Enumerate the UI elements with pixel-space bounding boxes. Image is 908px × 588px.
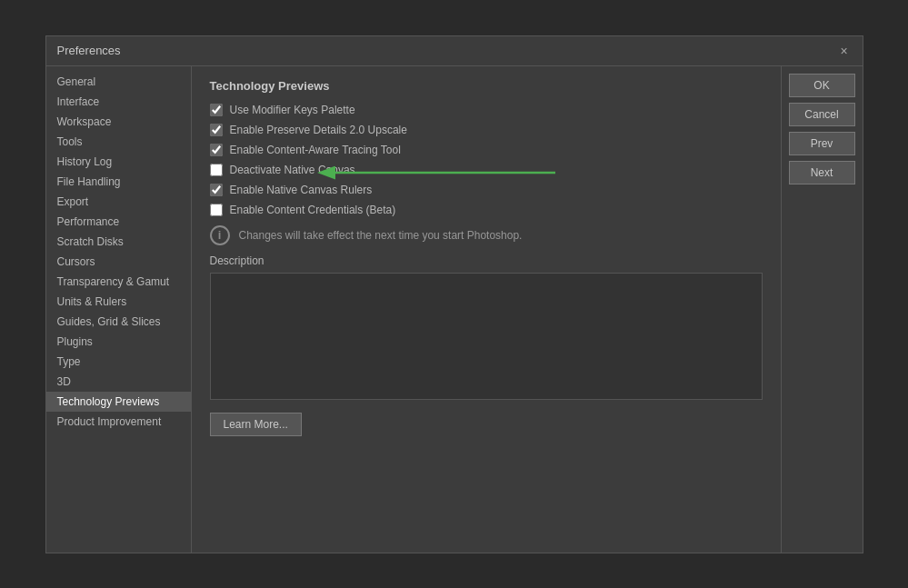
main-content: Technology Previews Use Modifier Keys Pa… bbox=[192, 66, 781, 553]
checkbox-chk5[interactable] bbox=[210, 184, 223, 196]
description-box bbox=[210, 273, 763, 400]
info-icon: i bbox=[210, 225, 230, 245]
sidebar-item-technology-previews[interactable]: Technology Previews bbox=[46, 392, 191, 412]
sidebar-item-interface[interactable]: Interface bbox=[46, 92, 191, 112]
content-inner: Technology Previews Use Modifier Keys Pa… bbox=[192, 66, 781, 553]
description-label: Description bbox=[210, 254, 763, 267]
checkbox-label-2[interactable]: Enable Content-Aware Tracing Tool bbox=[230, 144, 401, 156]
section-title: Technology Previews bbox=[210, 79, 763, 93]
sidebar-item-general[interactable]: General bbox=[46, 72, 191, 92]
sidebar-item-tools[interactable]: Tools bbox=[46, 132, 191, 152]
sidebar-item-product-improvement[interactable]: Product Improvement bbox=[46, 412, 191, 432]
checkbox-row-4: Enable Native Canvas Rulers bbox=[210, 184, 763, 196]
checkbox-chk3[interactable] bbox=[210, 144, 223, 156]
preferences-dialog: Preferences × GeneralInterfaceWorkspaceT… bbox=[45, 35, 863, 553]
learn-more-button[interactable]: Learn More... bbox=[210, 413, 302, 436]
checkbox-chk6[interactable] bbox=[210, 204, 223, 216]
ok-button[interactable]: OK bbox=[789, 74, 855, 97]
info-row: i Changes will take effect the next time… bbox=[210, 225, 763, 245]
checkbox-chk1[interactable] bbox=[210, 104, 223, 116]
checkbox-row-1: Enable Preserve Details 2.0 Upscale bbox=[210, 124, 763, 136]
dialog-title: Preferences bbox=[57, 44, 121, 57]
sidebar-item-file-handling[interactable]: File Handling bbox=[46, 172, 191, 192]
sidebar-item-workspace[interactable]: Workspace bbox=[46, 112, 191, 132]
sidebar-item-export[interactable]: Export bbox=[46, 192, 191, 212]
checkbox-chk2[interactable] bbox=[210, 124, 223, 136]
sidebar-item-history-log[interactable]: History Log bbox=[46, 152, 191, 172]
checkbox-label-5[interactable]: Enable Content Credentials (Beta) bbox=[230, 204, 396, 216]
title-bar: Preferences × bbox=[46, 36, 863, 66]
checkbox-label-4[interactable]: Enable Native Canvas Rulers bbox=[230, 184, 373, 196]
dialog-body: GeneralInterfaceWorkspaceToolsHistory Lo… bbox=[46, 66, 863, 553]
cancel-button[interactable]: Cancel bbox=[789, 103, 855, 126]
sidebar-item-type[interactable]: Type bbox=[46, 352, 191, 372]
checkboxes-container: Use Modifier Keys PaletteEnable Preserve… bbox=[210, 104, 763, 216]
sidebar-item-scratch-disks[interactable]: Scratch Disks bbox=[46, 232, 191, 252]
checkbox-label-3[interactable]: Deactivate Native Canvas bbox=[230, 164, 355, 176]
checkbox-row-5: Enable Content Credentials (Beta) bbox=[210, 204, 763, 216]
sidebar-item-3d[interactable]: 3D bbox=[46, 372, 191, 392]
checkbox-label-1[interactable]: Enable Preserve Details 2.0 Upscale bbox=[230, 124, 407, 136]
sidebar: GeneralInterfaceWorkspaceToolsHistory Lo… bbox=[46, 66, 192, 553]
checkbox-row-0: Use Modifier Keys Palette bbox=[210, 104, 763, 116]
checkbox-label-0[interactable]: Use Modifier Keys Palette bbox=[230, 104, 355, 116]
prev-button[interactable]: Prev bbox=[789, 132, 855, 155]
right-buttons-panel: OK Cancel Prev Next bbox=[781, 66, 863, 553]
sidebar-item-units--rulers[interactable]: Units & Rulers bbox=[46, 292, 191, 312]
next-button[interactable]: Next bbox=[789, 161, 855, 184]
sidebar-item-guides-grid--slices[interactable]: Guides, Grid & Slices bbox=[46, 312, 191, 332]
checkbox-row-2: Enable Content-Aware Tracing Tool bbox=[210, 144, 763, 156]
info-text: Changes will take effect the next time y… bbox=[239, 229, 523, 242]
sidebar-item-plugins[interactable]: Plugins bbox=[46, 332, 191, 352]
sidebar-item-performance[interactable]: Performance bbox=[46, 212, 191, 232]
checkbox-row-3: Deactivate Native Canvas bbox=[210, 164, 763, 176]
checkbox-chk4[interactable] bbox=[210, 164, 223, 176]
sidebar-item-transparency--gamut[interactable]: Transparency & Gamut bbox=[46, 272, 191, 292]
arrow-annotation bbox=[328, 160, 564, 185]
sidebar-item-cursors[interactable]: Cursors bbox=[46, 252, 191, 272]
close-button[interactable]: × bbox=[837, 44, 852, 58]
